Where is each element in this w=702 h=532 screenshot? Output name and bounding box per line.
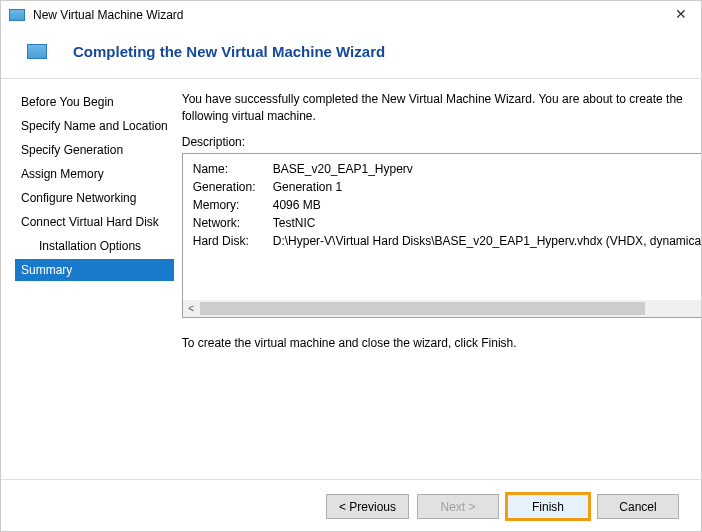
scroll-thumb[interactable] — [200, 302, 645, 315]
title-bar: New Virtual Machine Wizard ✕ — [1, 1, 701, 29]
sidebar-item-installation-options[interactable]: Installation Options — [15, 235, 174, 257]
scroll-left-icon[interactable]: < — [183, 300, 200, 317]
summary-row-memory: Memory: 4096 MB — [193, 196, 702, 214]
sidebar-item-assign-memory[interactable]: Assign Memory — [15, 163, 174, 185]
wizard-sidebar: Before You Begin Specify Name and Locati… — [1, 79, 174, 479]
summary-key-name: Name: — [193, 160, 273, 178]
summary-key-harddisk: Hard Disk: — [193, 232, 273, 250]
wizard-icon — [27, 44, 47, 59]
wizard-main: You have successfully completed the New … — [174, 79, 702, 479]
close-icon[interactable]: ✕ — [669, 3, 693, 27]
summary-val-harddisk: D:\Hyper-V\Virtual Hard Disks\BASE_v20_E… — [273, 232, 702, 250]
summary-row-name: Name: BASE_v20_EAP1_Hyperv — [193, 160, 702, 178]
wizard-footer: < Previous Next > Finish Cancel — [1, 479, 701, 532]
summary-val-generation: Generation 1 — [273, 178, 342, 196]
summary-content: Name: BASE_v20_EAP1_Hyperv Generation: G… — [183, 154, 702, 256]
summary-row-generation: Generation: Generation 1 — [193, 178, 702, 196]
intro-text: You have successfully completed the New … — [182, 91, 702, 125]
cancel-button[interactable]: Cancel — [597, 494, 679, 519]
summary-row-network: Network: TestNIC — [193, 214, 702, 232]
summary-row-harddisk: Hard Disk: D:\Hyper-V\Virtual Hard Disks… — [193, 232, 702, 250]
summary-box: Name: BASE_v20_EAP1_Hyperv Generation: G… — [182, 153, 702, 318]
previous-button[interactable]: < Previous — [326, 494, 409, 519]
description-label: Description: — [182, 135, 702, 149]
window-title: New Virtual Machine Wizard — [33, 8, 669, 22]
wizard-header: Completing the New Virtual Machine Wizar… — [1, 29, 701, 79]
app-icon — [9, 9, 25, 21]
horizontal-scrollbar[interactable]: < > — [183, 300, 702, 317]
scroll-track[interactable] — [200, 300, 702, 317]
finish-button[interactable]: Finish — [507, 494, 589, 519]
sidebar-item-before-you-begin[interactable]: Before You Begin — [15, 91, 174, 113]
wizard-body: Before You Begin Specify Name and Locati… — [1, 79, 701, 479]
summary-val-name: BASE_v20_EAP1_Hyperv — [273, 160, 413, 178]
summary-key-generation: Generation: — [193, 178, 273, 196]
sidebar-item-configure-networking[interactable]: Configure Networking — [15, 187, 174, 209]
summary-val-memory: 4096 MB — [273, 196, 321, 214]
sidebar-item-specify-name[interactable]: Specify Name and Location — [15, 115, 174, 137]
summary-val-network: TestNIC — [273, 214, 316, 232]
summary-key-network: Network: — [193, 214, 273, 232]
page-heading: Completing the New Virtual Machine Wizar… — [73, 43, 385, 60]
finish-instruction: To create the virtual machine and close … — [182, 336, 702, 350]
sidebar-item-summary[interactable]: Summary — [15, 259, 174, 281]
next-button: Next > — [417, 494, 499, 519]
summary-key-memory: Memory: — [193, 196, 273, 214]
sidebar-item-connect-vhd[interactable]: Connect Virtual Hard Disk — [15, 211, 174, 233]
sidebar-item-specify-generation[interactable]: Specify Generation — [15, 139, 174, 161]
